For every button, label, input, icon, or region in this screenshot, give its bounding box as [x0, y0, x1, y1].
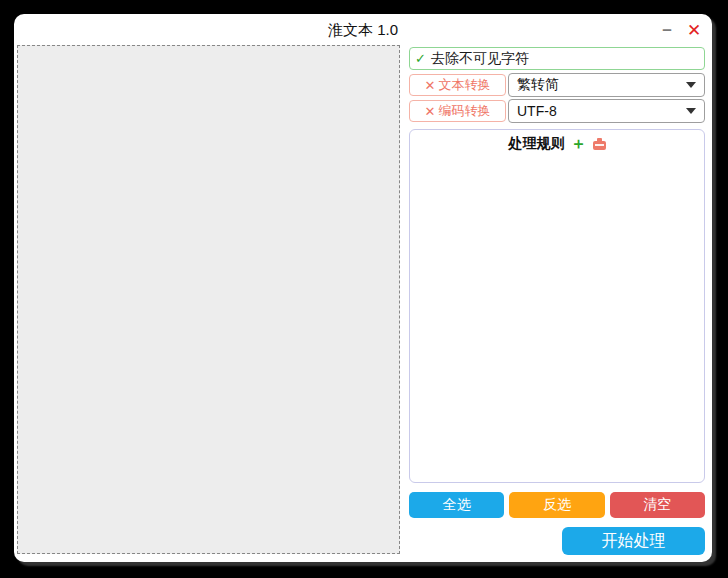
minimize-button[interactable]: –	[656, 18, 678, 42]
x-icon: ✕	[425, 78, 436, 93]
invert-select-button[interactable]: 反选	[509, 492, 604, 518]
close-icon: ✕	[687, 20, 701, 41]
option-encoding-convert-label: 编码转换	[438, 102, 490, 120]
app-window: 淮文本 1.0 – ✕ ✓ 去除不可见字符 ✕ 文本转换 繁转简 ✕ 编码转换 …	[14, 14, 712, 562]
encoding-convert-selected-value: UTF-8	[517, 103, 686, 119]
option-encoding-convert-toggle[interactable]: ✕ 编码转换	[409, 100, 506, 122]
chevron-down-icon	[686, 108, 696, 114]
option-remove-invisible-label: 去除不可见字符	[431, 50, 529, 68]
text-convert-selected-value: 繁转简	[517, 76, 686, 94]
text-convert-dropdown[interactable]: 繁转简	[508, 73, 705, 97]
rules-list-panel: 处理规则 ＋	[409, 129, 705, 483]
encoding-convert-dropdown[interactable]: UTF-8	[508, 99, 705, 123]
add-rule-icon[interactable]: ＋	[571, 137, 587, 151]
selection-buttons-row: 全选 反选 清空	[409, 492, 705, 518]
minimize-icon: –	[662, 20, 671, 40]
option-text-convert-toggle[interactable]: ✕ 文本转换	[409, 74, 506, 96]
x-icon: ✕	[425, 104, 436, 119]
window-title: 淮文本 1.0	[14, 21, 712, 40]
close-button[interactable]: ✕	[683, 18, 705, 42]
start-processing-button[interactable]: 开始处理	[562, 527, 705, 555]
rules-title: 处理规则	[509, 135, 565, 153]
clear-rules-eraser-icon[interactable]	[593, 138, 606, 150]
rules-header: 处理规则 ＋	[410, 135, 704, 153]
chevron-down-icon	[686, 82, 696, 88]
file-drop-zone[interactable]	[17, 45, 400, 554]
select-all-button[interactable]: 全选	[409, 492, 504, 518]
option-text-convert-label: 文本转换	[438, 76, 490, 94]
eraser-body	[593, 141, 606, 150]
option-remove-invisible-chars[interactable]: ✓ 去除不可见字符	[409, 47, 705, 70]
check-icon: ✓	[415, 51, 426, 66]
title-bar[interactable]: 淮文本 1.0 – ✕	[14, 14, 712, 44]
clear-button[interactable]: 清空	[610, 492, 705, 518]
